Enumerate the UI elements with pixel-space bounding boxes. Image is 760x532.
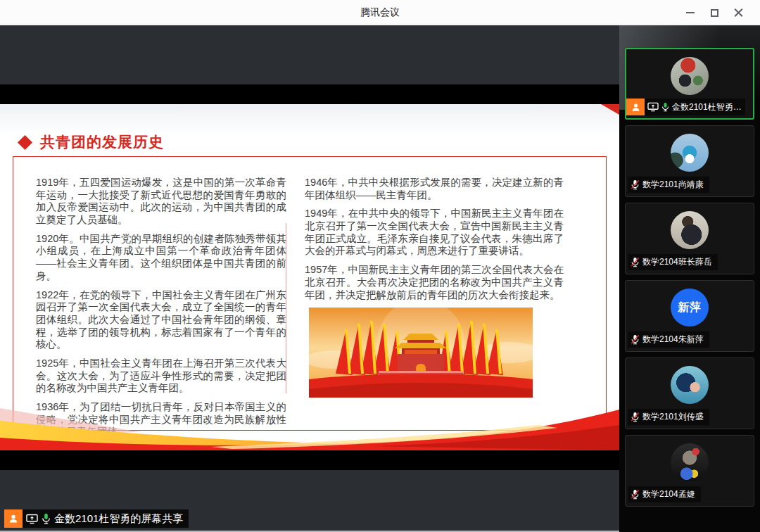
letterbox-bottom — [0, 450, 619, 470]
slide-content-box: 1919年，五四爱国运动爆发，这是中国的第一次革命青年运动，一大批接受了新式近代… — [13, 156, 607, 431]
participant-tile-mengjie[interactable]: 数学2104孟婕 — [625, 435, 754, 507]
mic-muted-icon — [631, 334, 640, 345]
share-banner-label: 金数2101杜智勇的屏幕共享 — [54, 512, 183, 526]
maximize-button[interactable] — [702, 0, 726, 25]
mic-on-icon — [661, 102, 669, 112]
participant-status-bar: 金数2101杜智勇… — [626, 99, 745, 115]
participant-status-bar: 数学2101刘传盛 — [628, 409, 709, 425]
avatar-initials: 新萍 — [678, 300, 702, 315]
close-button[interactable] — [726, 0, 750, 25]
participant-tiles: 金数2101杜智勇… 数学2101尚靖康 — [619, 25, 760, 507]
close-icon — [734, 8, 743, 18]
avatar — [671, 443, 709, 481]
history-paragraph: 1925年，中国社会主义青年团在上海召开第三次代表大会。这次大会，为了适应斗争性… — [36, 357, 286, 395]
presentation-slide: 共青团的发展历史 1919年，五四爱国运动爆发，这是中国的第一次革命青年运动，一… — [0, 104, 619, 450]
screen-share-icon — [647, 102, 659, 112]
history-paragraph: 1920年。中国共产党的早期组织的创建者陈独秀带领其小组成员，在上海成立中国第一… — [36, 233, 286, 283]
avatar — [671, 211, 709, 249]
avatar — [671, 57, 709, 95]
history-paragraph: 1919年，五四爱国运动爆发，这是中国的第一次革命青年运动，一大批接受了新式近代… — [36, 177, 286, 227]
participants-sidebar[interactable]: 金数2101杜智勇… 数学2101尚靖康 — [619, 25, 760, 532]
screen-share-icon — [26, 514, 38, 524]
window-title: 腾讯会议 — [360, 6, 400, 19]
avatar — [671, 134, 709, 172]
participant-name: 数学2104朱新萍 — [642, 334, 704, 346]
host-badge-icon — [626, 99, 645, 115]
minimize-icon — [686, 12, 695, 13]
participant-status-bar: 数学2104班长薛岳 — [628, 254, 718, 270]
participant-name: 数学2101刘传盛 — [642, 411, 704, 423]
history-paragraph: 1922年，在党的领导下，中国社会主义青年团在广州东园召开了第一次全国代表大会，… — [36, 289, 286, 351]
host-badge-icon — [4, 509, 23, 528]
tiananmen-illustration — [309, 308, 533, 398]
window-controls — [678, 0, 750, 25]
history-column-right: 1946年，中共中央根据形式发展的需要，决定建立新的青年团体组织——民主青年团。… — [305, 177, 564, 398]
participant-tile-liuchuansheng[interactable]: 数学2101刘传盛 — [625, 357, 754, 429]
shared-screen-area: 共青团的发展历史 1919年，五四爱国运动爆发，这是中国的第一次革命青年运动，一… — [0, 25, 619, 532]
participant-tile-duzhiyong[interactable]: 金数2101杜智勇… — [625, 48, 754, 120]
maximize-icon — [711, 9, 718, 17]
history-paragraph: 1946年，中共中央根据形式发展的需要，决定建立新的青年团体组织——民主青年团。 — [305, 177, 564, 201]
title-diamond-icon — [18, 134, 32, 149]
slide-title-row: 共青团的发展历史 — [20, 132, 164, 152]
participant-name: 数学2104孟婕 — [642, 488, 695, 500]
history-column-left: 1919年，五四爱国运动爆发，这是中国的第一次革命青年运动，一大批接受了新式近代… — [36, 177, 286, 445]
participant-tile-shangjingkang[interactable]: 数学2101尚靖康 — [625, 125, 754, 197]
participant-status-bar: 数学2104孟婕 — [628, 486, 701, 502]
history-paragraph: 1949年，在中共中央的领导下，中国新民主主义青年团在北京召开了第一次全国代表大… — [305, 208, 564, 258]
window-titlebar: 腾讯会议 — [0, 0, 760, 25]
mic-muted-icon — [631, 412, 640, 422]
avatar — [671, 366, 709, 404]
slide-title: 共青团的发展历史 — [40, 132, 164, 152]
mic-muted-icon — [631, 179, 640, 190]
screen-share-banner: 金数2101杜智勇的屏幕共享 — [4, 509, 189, 528]
mic-muted-icon — [631, 257, 640, 267]
meeting-window-body: 共青团的发展历史 1919年，五四爱国运动爆发，这是中国的第一次革命青年运动，一… — [0, 25, 760, 532]
participant-tile-xueyue[interactable]: 数学2104班长薛岳 — [625, 203, 754, 274]
avatar: 新萍 — [671, 289, 709, 327]
slide-corner-decoration — [601, 104, 619, 115]
participant-status-bar: 数学2101尚靖康 — [628, 177, 709, 193]
mic-muted-icon — [631, 489, 640, 500]
participant-status-bar: 数学2104朱新萍 — [628, 331, 709, 348]
participant-name: 数学2101尚靖康 — [642, 179, 704, 191]
participant-name: 金数2101杜智勇… — [672, 101, 742, 113]
history-paragraph: 1957年，中国新民主主义青年团的第三次全国代表大会在北京召开。大会再次决定把团… — [305, 264, 564, 301]
participant-name: 数学2104班长薛岳 — [642, 256, 712, 268]
participant-tile-zhuxinping[interactable]: 新萍 数学2104朱新萍 — [625, 280, 754, 352]
slide-bottom-ribbon — [0, 405, 619, 450]
mic-on-icon — [42, 513, 51, 524]
letterbox-top — [0, 84, 619, 104]
minimize-button[interactable] — [678, 0, 702, 25]
